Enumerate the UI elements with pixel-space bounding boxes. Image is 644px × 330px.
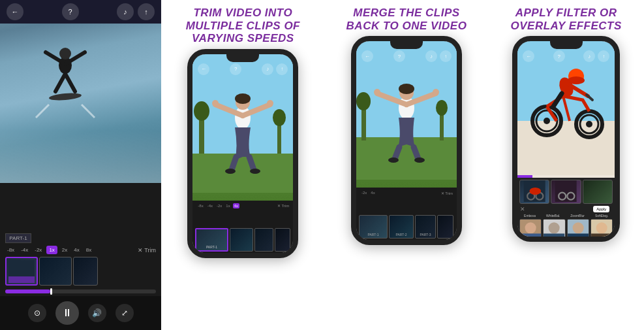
panel-2-title: Trim video into multiple clips of varyin… — [181, 7, 305, 45]
trim-button[interactable]: ✕ Trim — [138, 247, 156, 254]
panel-3-merge-feature: Merge the clips back to one video — [325, 0, 489, 330]
p2-clip-3[interactable] — [254, 228, 273, 252]
svg-point-47 — [544, 118, 550, 124]
svg-point-71 — [572, 222, 583, 233]
svg-rect-72 — [568, 234, 589, 240]
speed-minus8[interactable]: -8x — [5, 246, 16, 254]
svg-point-29 — [356, 92, 371, 110]
svg-point-34 — [399, 84, 414, 94]
phone-screen-4: ← ? ♪ ↑ — [517, 41, 615, 237]
speed-8x[interactable]: 8x — [84, 246, 93, 254]
phone-3-help[interactable]: ? — [393, 50, 405, 62]
p2-speed-1[interactable]: 1x — [224, 203, 231, 208]
speed-minus4[interactable]: -4x — [19, 246, 30, 254]
p2-speed-m2[interactable]: -2x — [215, 203, 223, 208]
video-progress-bar[interactable] — [517, 175, 615, 178]
phone-3-music[interactable]: ♪ — [425, 50, 437, 62]
moto-bg: ← ? ♪ ↑ — [517, 41, 615, 178]
apply-row: ✕ Apply — [517, 204, 615, 214]
p3-speed-4[interactable]: 4x — [369, 190, 376, 195]
jumping-woman-bg-3: ← ? ♪ ↑ — [356, 41, 457, 188]
svg-point-1 — [59, 48, 71, 59]
face-thumb-3[interactable] — [567, 219, 589, 240]
speed-1x[interactable]: 1x — [46, 246, 57, 254]
clip-thumb-2[interactable] — [39, 257, 72, 286]
phone-video-area-2: ← ? ♪ ↑ — [192, 54, 293, 201]
panel-3-title: Merge the clips back to one video — [345, 7, 468, 32]
panel-4-title: Apply filter or overlay effects — [504, 7, 628, 32]
speed-bar: -8x -4x -2x 1x 2x 4x 8x ✕ Trim — [0, 246, 161, 254]
phone-4-topbar: ← ? ♪ ↑ — [517, 49, 615, 63]
svg-point-65 — [525, 222, 536, 233]
p3-clip-4[interactable] — [437, 215, 453, 239]
speed-2x[interactable]: 2x — [60, 246, 69, 254]
phone-notch-3 — [390, 41, 423, 49]
part-1-label: PART-1 — [5, 233, 31, 243]
phone-2-back[interactable]: ← — [198, 63, 209, 75]
apply-button[interactable]: Apply — [593, 206, 609, 212]
filter-thumb-3[interactable] — [583, 180, 613, 204]
svg-rect-75 — [591, 234, 612, 240]
p2-speed-m8[interactable]: -8x — [196, 203, 204, 208]
svg-line-5 — [65, 74, 75, 91]
p2-speed-4[interactable]: 4x — [233, 203, 239, 208]
svg-point-14 — [273, 109, 286, 126]
volume-button[interactable]: 🔊 — [88, 304, 106, 322]
clip-thumb-3[interactable] — [73, 257, 98, 286]
speed-minus2[interactable]: -2x — [33, 246, 44, 254]
p3-trim-label[interactable]: ✕ Trim — [441, 191, 453, 195]
phone-3-share[interactable]: ↑ — [440, 50, 452, 62]
filter-face-row — [517, 218, 615, 241]
cancel-filter-icon[interactable]: ✕ — [520, 206, 525, 212]
phone-3-back[interactable]: ← — [361, 50, 373, 62]
p2-clip-2[interactable] — [230, 228, 254, 252]
phone-notch-2 — [226, 54, 259, 62]
svg-rect-69 — [544, 234, 564, 240]
phone-screen-2: ← ? ♪ ↑ -8x -4x -2x 1x 4 — [192, 54, 293, 253]
phone-4-back[interactable]: ← — [523, 50, 534, 62]
svg-point-24 — [225, 169, 236, 174]
top-bar-right-controls: ♪ ↑ — [117, 3, 155, 20]
face-thumb-2[interactable] — [543, 219, 565, 240]
phone-4-music[interactable]: ♪ — [583, 50, 595, 62]
svg-point-38 — [433, 89, 439, 95]
phone-2-clips: PART-1 — [195, 228, 290, 252]
phone-4-help[interactable]: ? — [553, 50, 565, 62]
face-thumb-1[interactable] — [519, 219, 542, 240]
share-button[interactable]: ↑ — [138, 3, 155, 20]
top-bar: ← ? ♪ ↑ — [0, 0, 161, 24]
svg-point-41 — [388, 157, 399, 163]
svg-point-25 — [250, 169, 260, 174]
p2-trim-label[interactable]: ✕ Trim — [277, 203, 289, 208]
filter-panel: ✕ Apply Emboss WhiteBal. ZoomBlur SoftEl… — [517, 178, 615, 237]
face-thumb-4[interactable] — [590, 219, 613, 240]
timeline-scrubber[interactable] — [5, 289, 156, 293]
phone-2-share[interactable]: ↑ — [276, 63, 288, 75]
p2-speed-m4[interactable]: -4x — [206, 203, 214, 208]
help-button[interactable]: ? — [62, 3, 79, 20]
p3-speed-m2[interactable]: -2x — [360, 190, 368, 195]
wave-lines — [0, 131, 161, 183]
fullscreen-button[interactable]: ⤢ — [115, 304, 134, 322]
video-preview — [0, 0, 161, 183]
p3-clip-2[interactable]: PART-2 — [389, 215, 414, 239]
music-button[interactable]: ♪ — [117, 3, 134, 20]
phone-frame-2: ← ? ♪ ↑ -8x -4x -2x 1x 4 — [187, 49, 298, 258]
filter-thumb-1[interactable] — [519, 180, 549, 204]
phone-frame-3: ← ? ♪ ↑ -2x 4x ✕ Trim — [351, 36, 462, 245]
phone-2-help[interactable]: ? — [230, 63, 241, 75]
clip-thumb-1[interactable] — [5, 257, 38, 286]
phone-2-music[interactable]: ♪ — [262, 63, 273, 75]
phone-4-share[interactable]: ↑ — [598, 50, 609, 62]
back-button[interactable]: ← — [7, 3, 23, 20]
record-button[interactable]: ⊙ — [28, 304, 46, 322]
play-pause-button[interactable]: ⏸ — [55, 301, 79, 325]
p2-clip-1[interactable]: PART-1 — [195, 228, 228, 252]
svg-point-12 — [194, 101, 209, 121]
p2-clip-4[interactable] — [275, 228, 290, 252]
phone-3-timeline: -2x 4x ✕ Trim PART-1 PART-2 PART-3 — [356, 188, 457, 240]
speed-4x[interactable]: 4x — [72, 246, 81, 254]
p3-clip-3[interactable]: PART-3 — [415, 215, 436, 239]
filter-thumb-2[interactable] — [551, 180, 581, 204]
p3-clip-1[interactable]: PART-1 — [359, 215, 388, 239]
